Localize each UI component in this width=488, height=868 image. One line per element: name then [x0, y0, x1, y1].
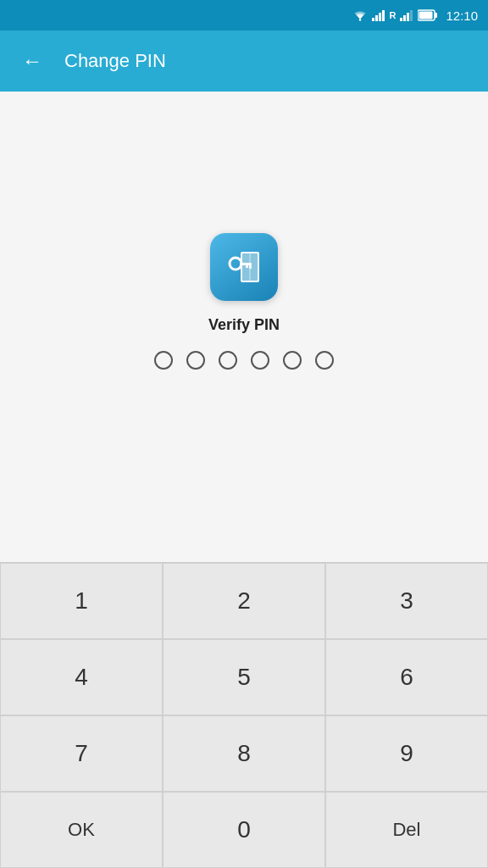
key-2[interactable]: 2: [163, 563, 325, 639]
roaming-indicator: R: [390, 10, 396, 20]
svg-rect-5: [400, 18, 402, 21]
svg-rect-11: [419, 12, 433, 19]
key-3[interactable]: 3: [325, 563, 488, 639]
key-6[interactable]: 6: [325, 639, 488, 715]
app-bar: ← Change PIN: [0, 31, 488, 92]
wifi-icon: [352, 9, 368, 21]
key-del[interactable]: Del: [325, 792, 488, 868]
signal-icon: [372, 9, 385, 21]
svg-rect-6: [403, 15, 406, 21]
main-content: Verify PIN: [0, 92, 488, 562]
app-icon-container: [210, 233, 278, 301]
svg-rect-4: [382, 10, 385, 21]
key-4[interactable]: 4: [0, 639, 163, 715]
key-7[interactable]: 7: [0, 715, 163, 792]
verify-pin-label: Verify PIN: [208, 316, 280, 334]
page-title: Change PIN: [64, 50, 166, 72]
key-door-icon: [222, 245, 266, 289]
key-5[interactable]: 5: [163, 639, 325, 715]
pin-dot-1: [154, 351, 173, 370]
pin-dots: [154, 351, 334, 370]
key-8[interactable]: 8: [163, 715, 325, 792]
keypad: 1 2 3 4 5 6 7 8 9 OK 0 Del: [0, 562, 488, 868]
svg-point-15: [230, 258, 241, 270]
app-icon: [210, 233, 278, 301]
pin-dot-3: [219, 351, 237, 370]
key-ok[interactable]: OK: [0, 792, 163, 868]
status-bar: R 12:10: [0, 0, 488, 31]
pin-dot-5: [283, 351, 302, 370]
svg-rect-8: [410, 10, 413, 21]
status-icons: R 12:10: [352, 8, 479, 23]
svg-rect-3: [379, 13, 381, 21]
svg-rect-7: [407, 13, 409, 21]
back-button[interactable]: ←: [17, 46, 47, 76]
svg-rect-17: [249, 265, 252, 269]
svg-point-0: [358, 19, 360, 20]
pin-dot-4: [251, 351, 269, 370]
svg-rect-18: [246, 265, 248, 268]
pin-dot-2: [186, 351, 205, 370]
signal-icon-2: [400, 9, 413, 21]
battery-icon: [418, 9, 438, 21]
svg-rect-2: [375, 15, 378, 21]
key-9[interactable]: 9: [325, 715, 488, 792]
key-0[interactable]: 0: [163, 792, 325, 868]
pin-dot-6: [315, 351, 334, 370]
svg-rect-1: [372, 18, 374, 21]
svg-rect-16: [240, 263, 252, 265]
svg-rect-10: [435, 13, 437, 18]
status-time: 12:10: [446, 8, 478, 23]
key-1[interactable]: 1: [0, 563, 163, 639]
